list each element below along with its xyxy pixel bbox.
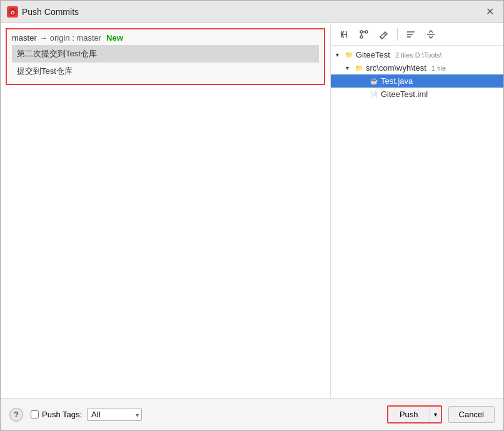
app-icon: G [7, 6, 18, 18]
push-dropdown-button[interactable]: ▾ [430, 407, 441, 422]
dialog-title: Push Commits [22, 7, 79, 17]
branch-arrow: → [39, 33, 48, 43]
push-tags-label: Push Tags: [42, 410, 82, 419]
push-button-group: Push ▾ [387, 405, 442, 423]
remote-branch: origin : master [50, 33, 101, 43]
commit-item[interactable]: 第二次提交到Test仓库 [12, 45, 319, 63]
push-commits-dialog: G Push Commits ✕ master → origin : maste… [0, 0, 504, 431]
tree-item-src[interactable]: ▾ 📁 src\com\wyh\test 1 file [331, 61, 503, 74]
svg-point-6 [360, 36, 363, 38]
push-tags-select-wrap: All Annotated None [87, 408, 142, 421]
collapse-icon[interactable] [423, 28, 439, 41]
edit-icon[interactable] [376, 28, 392, 41]
branch-header: master → origin : master New 第二次提交到Test仓… [6, 28, 325, 85]
title-bar: G Push Commits ✕ [1, 1, 503, 23]
file-badge: 1 file [431, 64, 446, 72]
tree-item-label: Test.java [381, 76, 413, 86]
file-tree: ▾ 📁 GiteeTest 2 files D:\Tools\ ▾ 📁 src\… [331, 46, 503, 398]
sort-icon[interactable] [403, 28, 419, 41]
bottom-left: ? Push Tags: All Annotated None [9, 408, 142, 422]
close-button[interactable]: ✕ [482, 4, 497, 19]
tree-item-test-java[interactable]: ☕ Test.java [331, 74, 503, 88]
folder-icon: 📁 [355, 64, 363, 73]
branch-row: master → origin : master New [12, 33, 319, 43]
buttons-area: Push ▾ Cancel [387, 405, 495, 423]
svg-point-7 [365, 31, 368, 33]
svg-line-11 [380, 38, 381, 38]
folder-icon: 📁 [345, 51, 353, 59]
svg-point-5 [360, 31, 363, 33]
help-button[interactable]: ? [9, 408, 23, 422]
commits-area [1, 90, 330, 398]
push-tags-checkbox[interactable] [31, 410, 39, 418]
new-badge: New [106, 33, 123, 43]
push-button[interactable]: Push [388, 407, 430, 422]
java-file-icon: ☕ [370, 77, 378, 86]
commit-item[interactable]: 提交到Test仓库 [12, 63, 319, 80]
tree-item-label: GiteeTest.iml [381, 89, 428, 99]
branch-compare-icon[interactable] [356, 28, 372, 41]
tree-item-giteetest[interactable]: ▾ 📁 GiteeTest 2 files D:\Tools\ [331, 48, 503, 61]
push-incoming-icon[interactable] [336, 28, 352, 41]
expand-arrow: ▾ [336, 51, 342, 58]
toolbar-separator [397, 28, 398, 41]
svg-text:G: G [11, 9, 14, 15]
tree-item-label: GiteeTest [356, 50, 390, 59]
tree-item-label: src\com\wyh\test [366, 63, 426, 73]
tree-item-giteetest-iml[interactable]: 📄 GiteeTest.iml [331, 88, 503, 101]
commits-list: 第二次提交到Test仓库 提交到Test仓库 [12, 45, 319, 80]
file-badge: 2 files D:\Tools\ [395, 51, 442, 59]
right-toolbar [331, 23, 503, 46]
local-branch: master [12, 33, 37, 43]
push-tags-select[interactable]: All Annotated None [87, 408, 142, 421]
push-tags-area: Push Tags: All Annotated None [31, 408, 142, 421]
right-panel: ▾ 📁 GiteeTest 2 files D:\Tools\ ▾ 📁 src\… [331, 23, 503, 398]
push-tags-checkbox-wrap: Push Tags: [31, 410, 82, 419]
bottom-bar: ? Push Tags: All Annotated None Push [1, 398, 503, 430]
svg-line-10 [384, 33, 386, 35]
cancel-button[interactable]: Cancel [448, 406, 495, 423]
expand-arrow: ▾ [346, 64, 352, 71]
left-panel: master → origin : master New 第二次提交到Test仓… [1, 23, 331, 398]
main-content: master → origin : master New 第二次提交到Test仓… [1, 23, 503, 398]
iml-file-icon: 📄 [370, 90, 378, 99]
